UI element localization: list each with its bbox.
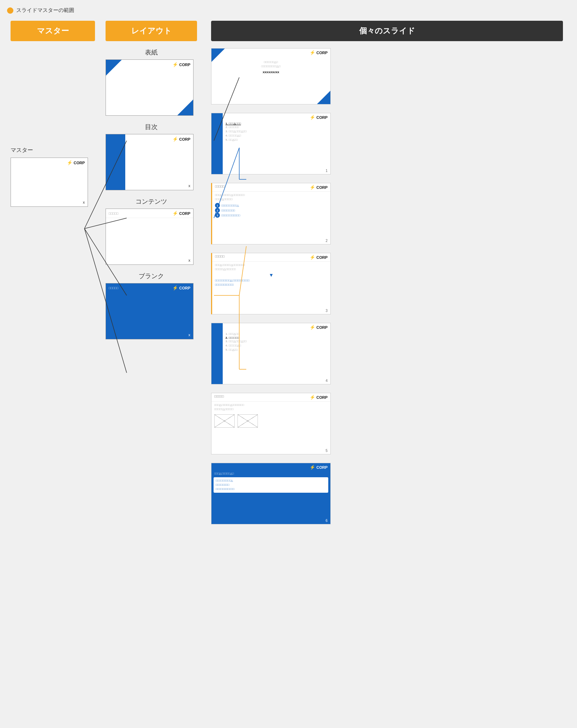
- s7-corp: ⚡ CORP: [310, 465, 328, 470]
- master-label: マスター: [11, 147, 95, 154]
- legend: スライドマスターの範囲: [7, 7, 570, 14]
- s1-header: ⚡ CORP: [211, 49, 330, 57]
- layout-hyoshi: 表紙 ⚡ CORP: [106, 48, 197, 116]
- legend-dot: [7, 7, 13, 14]
- contents-x: x: [189, 258, 191, 262]
- s3-corp: ⚡ CORP: [310, 185, 328, 190]
- layout-blank: ブランク □□□□□ ⚡ CORP x: [106, 272, 197, 339]
- slide-3: □□□□□ ⚡ CORP □□□△□□□□□△□□□□□□□ □□□□△□□□□…: [211, 183, 331, 244]
- layout-column-header: レイアウト: [106, 21, 197, 41]
- s7-box: □□□□□□□□□△ □□□□□□□□ □□□□□□□□□□□: [214, 477, 328, 493]
- legend-text: スライドマスターの範囲: [16, 7, 74, 14]
- s6-corp: ⚡ CORP: [310, 395, 328, 400]
- slides-list: ⚡ CORP □□□□□□△□ □□□□□□□□□△□ XXXX/XX/XX: [211, 48, 563, 529]
- slides-column-header: 個々のスライド: [211, 21, 563, 41]
- mokuji-x: x: [189, 184, 191, 188]
- s4-number: 3: [325, 309, 328, 313]
- blank-x: x: [189, 333, 191, 337]
- slides-column: 個々のスライド ⚡ CORP □□□□□□△□ □□□□□□□□□△□ XXXX…: [204, 21, 570, 529]
- master-column: マスター マスター ⚡ CORP x: [7, 21, 99, 529]
- master-corp-text: CORP: [74, 161, 85, 165]
- master-x: x: [83, 200, 85, 204]
- s6-images: [214, 414, 328, 428]
- layout-mokuji-name: 目次: [106, 123, 197, 131]
- hyoshi-corner-br: [177, 100, 193, 115]
- slide-6: □□□□□ ⚡ CORP □□□△□□□□□△□□□□□□□ □□□□□△□□□…: [211, 393, 331, 454]
- s7-title: □□□△□□□□□△□: [214, 472, 328, 475]
- slide-7: ⚡ CORP □□□△□□□□□△□ □□□□□□□□□△ □□□□□□□□ □…: [211, 463, 331, 524]
- slide-1: ⚡ CORP □□□□□□△□ □□□□□□□□□△□ XXXX/XX/XX: [211, 48, 331, 104]
- s3-number: 2: [325, 239, 328, 243]
- hyoshi-corp-logo: ⚡ CORP: [172, 62, 190, 67]
- layout-mokuji: 目次 ⚡ CORP x: [106, 123, 197, 190]
- layout-blank-name: ブランク: [106, 272, 197, 280]
- contents-corp-logo: ⚡ CORP: [172, 211, 190, 216]
- s5-items: 1. □□□△□□ 2. □□□□□□ 3. □□□△□□□△□□ 4. □□□…: [211, 331, 330, 353]
- s1-date: XXXX/XX/XX: [218, 71, 323, 74]
- s1-body: □□□□□□△□ □□□□□□□□□△□ XXXX/XX/XX: [211, 57, 330, 77]
- layout-mokuji-slide: ⚡ CORP x: [106, 134, 194, 190]
- slide-2: ⚡ CORP 1. □□□△□□□ 2. □□□□□□ 3. □□□△□□□△□…: [211, 113, 331, 174]
- s6-img1: [214, 414, 235, 428]
- s3-body: □□□△□□□□□△□□□□□□□ □□□□△□□□□□ 1 □□□□□□□□□…: [212, 192, 330, 219]
- s1-corner-br: [317, 91, 330, 104]
- s4-title: □□□□□: [215, 255, 224, 260]
- layout-contents-slide: □□□□□ ⚡ CORP x: [106, 209, 194, 265]
- s1-line2: □□□□□□□□□△□: [218, 64, 323, 69]
- s5-number: 4: [325, 379, 328, 383]
- s4-body: □□□△□□□□□△□□□□□□□ □□□□□△□□□□□□ ▼ □□□□□□□…: [212, 262, 330, 288]
- layout-contents-name: コンテンツ: [106, 197, 197, 206]
- corp-icon: ⚡: [67, 160, 72, 165]
- s6-number: 5: [325, 449, 328, 453]
- blank-corp-logo: ⚡ CORP: [172, 285, 190, 290]
- main-layout: マスター マスター ⚡ CORP x レイアウト 表紙: [7, 21, 570, 529]
- s2-items: 1. □□□△□□□ 2. □□□□□□ 3. □□□△□□□△□□ 4. □□…: [211, 121, 330, 143]
- layout-hyoshi-name: 表紙: [106, 48, 197, 57]
- mokuji-corp-logo: ⚡ CORP: [172, 136, 190, 142]
- layout-blank-slide: □□□□□ ⚡ CORP x: [106, 283, 194, 339]
- s2-corp: ⚡ CORP: [310, 115, 328, 120]
- s6-img2: [237, 414, 258, 428]
- s3-title: □□□□□: [215, 185, 224, 190]
- slide-5: ⚡ CORP 1. □□□△□□ 2. □□□□□□ 3. □□□△□□□△□□…: [211, 323, 331, 384]
- layout-contents: コンテンツ □□□□□ ⚡ CORP x: [106, 197, 197, 265]
- slide-4: □□□□□ ⚡ CORP □□□△□□□□□△□□□□□□□ □□□□□△□□□…: [211, 253, 331, 314]
- s1-line1: □□□□□□△□: [218, 60, 323, 64]
- s4-corp: ⚡ CORP: [310, 255, 328, 260]
- s7-number: 6: [325, 519, 328, 523]
- s1-corp: ⚡ CORP: [310, 50, 328, 55]
- master-corp-logo: ⚡ CORP: [67, 160, 85, 165]
- master-slide: ⚡ CORP x: [11, 158, 88, 207]
- master-column-header: マスター: [11, 21, 95, 41]
- s5-corp: ⚡ CORP: [310, 325, 328, 330]
- layout-column: レイアウト 表紙 ⚡ CORP 目次: [99, 21, 204, 529]
- s2-number: 1: [325, 169, 328, 173]
- layout-hyoshi-slide: ⚡ CORP: [106, 59, 194, 116]
